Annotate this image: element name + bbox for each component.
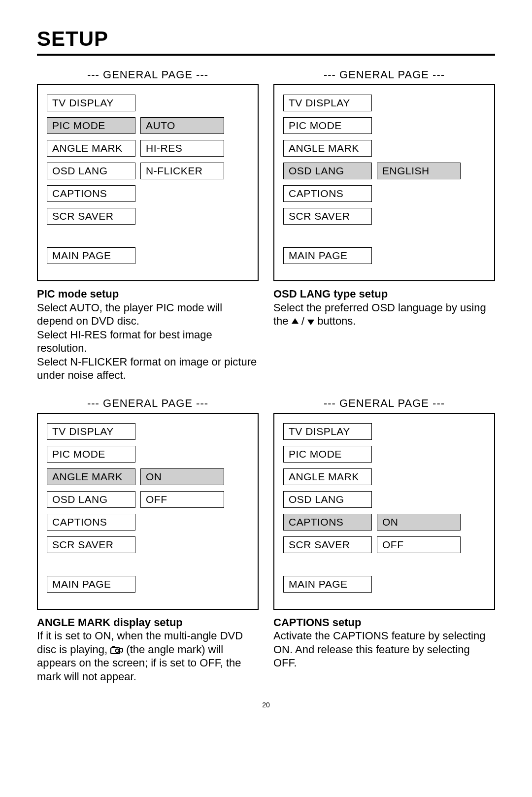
up-down-arrows-icon: /: [292, 315, 314, 329]
main-page-button[interactable]: MAIN PAGE: [47, 247, 135, 264]
menu-item[interactable]: ANGLE MARK: [283, 468, 372, 485]
menu-item[interactable]: PIC MODE: [283, 117, 372, 134]
main-page-button[interactable]: MAIN PAGE: [283, 247, 372, 264]
page-number: 20: [37, 701, 495, 709]
desc-title: CAPTIONS setup: [273, 616, 495, 630]
block-osd-lang: --- GENERAL PAGE --- TV DISPLAY PIC MODE…: [273, 68, 495, 382]
option-item[interactable]: OFF: [140, 491, 224, 508]
desc-line: Select the preferred OSD language by usi…: [273, 301, 495, 329]
desc-text: buttons.: [317, 315, 356, 327]
menu-panel: TV DISPLAY PIC MODE ANGLE MARK OSD LANG …: [273, 84, 495, 281]
menu-item-selected[interactable]: CAPTIONS: [283, 514, 372, 531]
menu-item[interactable]: SCR SAVER: [283, 208, 372, 225]
main-page-button[interactable]: MAIN PAGE: [283, 576, 372, 593]
desc-title: ANGLE MARK display setup: [37, 616, 259, 630]
menu-item[interactable]: CAPTIONS: [47, 185, 135, 202]
panel-header: --- GENERAL PAGE ---: [273, 397, 495, 410]
option-item-selected[interactable]: ON: [140, 468, 224, 485]
option-item-selected[interactable]: ON: [377, 514, 461, 531]
menu-item[interactable]: CAPTIONS: [47, 514, 135, 531]
desc-title: OSD LANG type setup: [273, 287, 495, 301]
menu-panel: TV DISPLAY PIC MODE AUTO ANGLE MARK HI-R…: [37, 84, 259, 281]
panel-header: --- GENERAL PAGE ---: [273, 68, 495, 81]
description: CAPTIONS setup Activate the CAPTIONS fea…: [273, 616, 495, 670]
panel-header: --- GENERAL PAGE ---: [37, 68, 259, 81]
page-title: SETUP: [37, 27, 495, 51]
option-item[interactable]: HI-RES: [140, 140, 224, 157]
menu-item-selected[interactable]: ANGLE MARK: [47, 468, 135, 485]
menu-item[interactable]: SCR SAVER: [47, 536, 135, 553]
menu-item[interactable]: OSD LANG: [47, 491, 135, 508]
menu-item[interactable]: SCR SAVER: [47, 208, 135, 225]
menu-item[interactable]: OSD LANG: [47, 163, 135, 179]
option-item[interactable]: OFF: [377, 536, 461, 553]
menu-item[interactable]: TV DISPLAY: [283, 423, 372, 440]
panel-header: --- GENERAL PAGE ---: [37, 397, 259, 410]
description: OSD LANG type setup Select the preferred…: [273, 287, 495, 329]
menu-item[interactable]: TV DISPLAY: [47, 423, 135, 440]
description: PIC mode setup Select AUTO, the player P…: [37, 287, 259, 382]
menu-panel: TV DISPLAY PIC MODE ANGLE MARK ON OSD LA…: [37, 413, 259, 610]
angle-mark-icon: [110, 643, 126, 656]
block-angle-mark: --- GENERAL PAGE --- TV DISPLAY PIC MODE…: [37, 397, 259, 684]
svg-marker-1: [307, 320, 314, 325]
desc-line: Select AUTO, the player PIC mode will de…: [37, 301, 259, 328]
description: ANGLE MARK display setup If it is set to…: [37, 616, 259, 684]
menu-item[interactable]: CAPTIONS: [283, 185, 372, 202]
menu-item[interactable]: TV DISPLAY: [283, 95, 372, 111]
block-pic-mode: --- GENERAL PAGE --- TV DISPLAY PIC MODE…: [37, 68, 259, 382]
menu-item[interactable]: OSD LANG: [283, 491, 372, 508]
desc-line: Activate the CAPTIONS feature by selecti…: [273, 629, 495, 670]
svg-point-3: [116, 649, 119, 652]
menu-item[interactable]: PIC MODE: [283, 446, 372, 463]
block-captions: --- GENERAL PAGE --- TV DISPLAY PIC MODE…: [273, 397, 495, 684]
desc-line: Select N-FLICKER format on image or pict…: [37, 355, 259, 382]
menu-item-selected[interactable]: OSD LANG: [283, 163, 372, 179]
menu-item[interactable]: PIC MODE: [47, 446, 135, 463]
main-page-button[interactable]: MAIN PAGE: [47, 576, 135, 593]
desc-line: If it is set to ON, when the multi-angle…: [37, 629, 259, 683]
svg-marker-0: [292, 318, 299, 324]
option-item[interactable]: N-FLICKER: [140, 163, 224, 179]
desc-line: Select HI-RES format for best image reso…: [37, 328, 259, 355]
option-item-selected[interactable]: ENGLISH: [377, 163, 461, 179]
option-item-selected[interactable]: AUTO: [140, 117, 224, 134]
menu-item[interactable]: ANGLE MARK: [47, 140, 135, 157]
title-divider: [37, 54, 495, 56]
menu-item-selected[interactable]: PIC MODE: [47, 117, 135, 134]
desc-title: PIC mode setup: [37, 287, 259, 301]
menu-panel: TV DISPLAY PIC MODE ANGLE MARK OSD LANG …: [273, 413, 495, 610]
menu-item[interactable]: TV DISPLAY: [47, 95, 135, 111]
svg-rect-4: [112, 646, 115, 648]
menu-item[interactable]: ANGLE MARK: [283, 140, 372, 157]
menu-item[interactable]: SCR SAVER: [283, 536, 372, 553]
